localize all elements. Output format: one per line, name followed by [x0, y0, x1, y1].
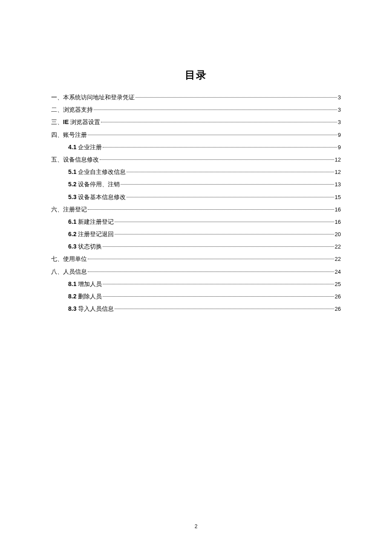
toc-entry: 6.1 新建注册登记 16 — [51, 217, 341, 227]
toc-entry-prefix: 三、 — [51, 119, 63, 125]
toc-entry-number: 8.1 — [68, 280, 78, 287]
toc-entry-page: 22 — [335, 254, 341, 264]
toc-entry-label: 8.2 删除人员 — [68, 291, 102, 302]
toc-leader-dots — [94, 110, 337, 110]
toc-entry-text: 浏览器支持 — [63, 106, 93, 113]
toc-leader-dots — [103, 246, 334, 247]
toc-entry-text: 注册登记 — [63, 206, 87, 213]
toc-title: 目录 — [51, 68, 341, 82]
toc-entry-text: 设备信息修改 — [63, 156, 99, 163]
toc-entry-number: 5.3 — [68, 194, 78, 200]
toc-entry-page: 15 — [335, 192, 341, 202]
toc-leader-dots — [88, 135, 337, 135]
toc-entry-prefix: 八、 — [51, 268, 63, 275]
toc-entry-number: 6.1 — [68, 218, 78, 225]
toc-entry-label: 五、设备信息修改 — [51, 154, 99, 165]
toc-entry-label: 4.1 企业注册 — [68, 142, 102, 153]
toc-entry-label: 8.1 增加人员 — [68, 279, 102, 289]
toc-leader-dots — [135, 97, 337, 98]
toc-entry-label: 5.1 企业自主修改信息 — [68, 167, 126, 177]
toc-entry-page: 20 — [335, 229, 341, 239]
document-page: 目录 一、本系统访问地址和登录凭证 3二、浏览器支持 3三、IE 浏览器设置 3… — [0, 0, 392, 314]
toc-entry-label: 八、人员信息 — [51, 266, 87, 277]
toc-entry-text: 设备停用、注销 — [78, 181, 120, 188]
toc-entry: 六、注册登记 16 — [51, 204, 341, 215]
toc-entry-label: 四、账号注册 — [51, 130, 87, 140]
toc-entry: 一、本系统访问地址和登录凭证 3 — [51, 92, 341, 103]
toc-entry: 6.2 注册登记退回 20 — [51, 229, 341, 240]
toc-entry-number: 8.2 — [68, 293, 78, 300]
toc-entry-number: 6.2 — [68, 231, 78, 237]
toc-entry-text: 删除人员 — [78, 293, 102, 300]
toc-leader-dots — [121, 184, 334, 185]
toc-entry-prefix: 七、 — [51, 255, 63, 262]
toc-leader-dots — [115, 309, 334, 309]
toc-entry: 二、浏览器支持 3 — [51, 104, 341, 115]
toc-leader-dots — [127, 172, 334, 172]
toc-entry-prefix: 二、 — [51, 106, 63, 113]
toc-entry-text: 设备基本信息修改 — [78, 194, 126, 200]
toc-entry-text: 人员信息 — [63, 268, 87, 275]
toc-entry-page: 24 — [335, 267, 341, 277]
toc-entry-number: 6.3 — [68, 243, 78, 250]
toc-entry-text: 本系统访问地址和登录凭证 — [63, 94, 135, 101]
toc-entry-text: 浏览器设置 — [70, 119, 100, 125]
toc-entry: 四、账号注册 9 — [51, 130, 341, 140]
toc-entry-label: 6.3 状态切换 — [68, 241, 102, 252]
toc-list: 一、本系统访问地址和登录凭证 3二、浏览器支持 3三、IE 浏览器设置 3四、账… — [51, 92, 341, 314]
toc-entry-label: 8.3 导入人员信息 — [68, 304, 114, 314]
toc-entry-label: 三、IE 浏览器设置 — [51, 117, 100, 127]
toc-entry-number: 4.1 — [68, 144, 78, 150]
toc-entry: 4.1 企业注册 9 — [51, 142, 341, 153]
toc-entry: 5.2 设备停用、注销 13 — [51, 179, 341, 190]
toc-entry: 8.3 导入人员信息 26 — [51, 304, 341, 314]
toc-leader-dots — [88, 259, 334, 259]
toc-entry: 6.3 状态切换 22 — [51, 241, 341, 252]
toc-leader-dots — [88, 272, 334, 272]
toc-entry-text: 企业注册 — [78, 144, 102, 150]
toc-entry-label: 二、浏览器支持 — [51, 104, 93, 115]
toc-entry-page: 3 — [338, 105, 341, 115]
page-number: 2 — [0, 523, 392, 529]
toc-entry-number: 8.3 — [68, 305, 78, 312]
toc-entry-page: 12 — [335, 155, 341, 165]
toc-entry-page: 25 — [335, 279, 341, 289]
toc-leader-dots — [115, 234, 334, 234]
toc-entry: 七、使用单位 22 — [51, 254, 341, 264]
toc-entry: 8.2 删除人员 26 — [51, 291, 341, 302]
toc-entry-page: 12 — [335, 167, 341, 177]
toc-entry-label: 六、注册登记 — [51, 204, 87, 215]
toc-entry-number: 5.1 — [68, 168, 78, 175]
toc-entry-page: 3 — [338, 117, 341, 127]
toc-entry-page: 16 — [335, 217, 341, 227]
toc-leader-dots — [100, 159, 334, 160]
toc-entry-label: 6.2 注册登记退回 — [68, 229, 114, 240]
toc-entry-page: 26 — [335, 304, 341, 314]
toc-entry-text: 注册登记退回 — [78, 231, 114, 237]
toc-entry-number: 5.2 — [68, 181, 78, 188]
toc-entry-text: 导入人员信息 — [78, 305, 114, 312]
toc-entry-text: 账号注册 — [63, 131, 87, 138]
toc-entry-label: 5.3 设备基本信息修改 — [68, 192, 126, 202]
toc-leader-dots — [127, 197, 334, 197]
toc-leader-dots — [88, 209, 334, 210]
toc-entry-page: 16 — [335, 205, 341, 214]
toc-entry-number: IE — [63, 119, 70, 125]
toc-entry-label: 6.1 新建注册登记 — [68, 217, 114, 227]
toc-entry-prefix: 一、 — [51, 94, 63, 101]
toc-entry-text: 状态切换 — [78, 243, 102, 250]
toc-entry: 三、IE 浏览器设置 3 — [51, 117, 341, 127]
toc-entry-prefix: 五、 — [51, 156, 63, 163]
toc-entry: 5.3 设备基本信息修改 15 — [51, 192, 341, 202]
toc-entry-page: 3 — [338, 92, 341, 102]
toc-leader-dots — [103, 147, 337, 147]
toc-entry-text: 新建注册登记 — [78, 218, 114, 225]
toc-leader-dots — [103, 284, 334, 284]
toc-leader-dots — [115, 222, 334, 222]
toc-entry-label: 一、本系统访问地址和登录凭证 — [51, 92, 135, 103]
toc-entry-prefix: 四、 — [51, 131, 63, 138]
toc-entry-page: 26 — [335, 292, 341, 301]
toc-entry: 五、设备信息修改 12 — [51, 154, 341, 165]
toc-entry-label: 5.2 设备停用、注销 — [68, 179, 120, 190]
toc-entry-text: 企业自主修改信息 — [78, 168, 126, 175]
